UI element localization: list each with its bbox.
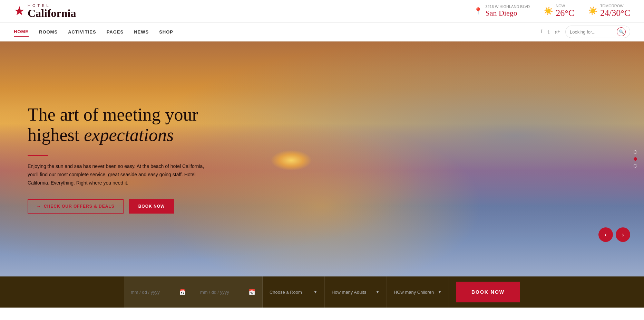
googleplus-icon[interactable]: g+ bbox=[555, 29, 560, 35]
location-details: 3216 W HIGHLAND BLVD San Diego bbox=[485, 4, 530, 18]
hero-title-line1: The art of meeting your bbox=[28, 105, 198, 124]
slider-prev-button[interactable]: ‹ bbox=[598, 227, 613, 242]
adults-select-label: How many Adults bbox=[332, 290, 372, 295]
header-right: 📍 3216 W HIGHLAND BLVD San Diego ☀️ NOW … bbox=[474, 4, 630, 18]
hero-title-italic: expectations bbox=[84, 125, 174, 145]
weather-now-label: NOW bbox=[556, 4, 574, 8]
room-select[interactable]: Choose a Room ▼ bbox=[263, 276, 325, 308]
nav-item-news[interactable]: NEWS bbox=[134, 28, 149, 36]
location-address: 3216 W HIGHLAND BLVD bbox=[485, 4, 530, 9]
slider-dot-1[interactable] bbox=[634, 150, 637, 154]
sun-glow bbox=[271, 150, 312, 171]
nav-links: HOME ROOMS ACTIVITIES PAGES NEWS SHOP bbox=[14, 27, 173, 37]
booking-book-now-button[interactable]: BOOK NOW bbox=[456, 282, 520, 302]
weather-now-details: NOW 26°C bbox=[556, 4, 574, 18]
logo-text: HOTEL California bbox=[28, 3, 76, 19]
weather-now: ☀️ NOW 26°C bbox=[544, 4, 574, 18]
nav-item-activities[interactable]: ACTIVITIES bbox=[68, 28, 96, 36]
slider-next-button[interactable]: › bbox=[616, 227, 630, 242]
checkin-input[interactable] bbox=[131, 290, 176, 295]
hero-buttons: → CHECK OUR OFFERS & DEALS BOOK NOW bbox=[28, 199, 214, 214]
search-input[interactable] bbox=[570, 29, 615, 35]
weather-tomorrow-sun-icon: ☀️ bbox=[588, 7, 597, 16]
location-city: San Diego bbox=[485, 9, 530, 18]
check-offers-button[interactable]: → CHECK OUR OFFERS & DEALS bbox=[28, 199, 124, 214]
header-top: ★ HOTEL California 📍 3216 W HIGHLAND BLV… bbox=[0, 0, 644, 22]
weather-now-temp: 26°C bbox=[556, 8, 574, 18]
arrow-icon: → bbox=[37, 204, 41, 209]
room-select-label: Choose a Room bbox=[270, 290, 310, 295]
search-button[interactable]: 🔍 bbox=[617, 27, 626, 36]
calendar-checkin-icon: 📅 bbox=[179, 289, 186, 295]
adults-chevron-icon: ▼ bbox=[375, 290, 380, 295]
weather-tomorrow-temp: 24/30°C bbox=[600, 8, 630, 18]
slider-dot-2[interactable] bbox=[634, 157, 637, 161]
checkout-field: 📅 bbox=[193, 276, 263, 308]
weather-sun-icon: ☀️ bbox=[544, 7, 553, 16]
logo: ★ HOTEL California bbox=[14, 3, 76, 19]
nav-item-shop[interactable]: SHOP bbox=[159, 28, 173, 36]
location-pin-icon: 📍 bbox=[474, 7, 482, 15]
nav-right: f 𝕥 g+ 🔍 bbox=[540, 26, 630, 38]
checkin-field: 📅 bbox=[124, 276, 193, 308]
logo-star-icon: ★ bbox=[14, 5, 25, 17]
facebook-icon[interactable]: f bbox=[540, 29, 542, 35]
logo-name: California bbox=[28, 8, 76, 19]
room-chevron-icon: ▼ bbox=[313, 290, 318, 295]
checkout-input[interactable] bbox=[200, 290, 245, 295]
check-offers-label: CHECK OUR OFFERS & DEALS bbox=[44, 204, 115, 209]
adults-select[interactable]: How many Adults ▼ bbox=[325, 276, 387, 308]
children-select[interactable]: HOw many Children ▼ bbox=[387, 276, 449, 308]
nav-item-home[interactable]: HOME bbox=[14, 27, 29, 37]
slider-dot-3[interactable] bbox=[634, 164, 637, 168]
weather-tomorrow-details: TOMORROW 24/30°C bbox=[600, 4, 630, 18]
nav-bar: HOME ROOMS ACTIVITIES PAGES NEWS SHOP f … bbox=[0, 22, 644, 41]
calendar-checkout-icon: 📅 bbox=[248, 289, 255, 295]
hero-description: Enjoying the sun and sea has never been … bbox=[28, 162, 207, 187]
hero-divider bbox=[28, 155, 48, 156]
weather-tomorrow: ☀️ TOMORROW 24/30°C bbox=[588, 4, 630, 18]
slider-dots bbox=[634, 150, 637, 168]
children-chevron-icon: ▼ bbox=[438, 290, 442, 295]
hero-title: The art of meeting your highest expectat… bbox=[28, 104, 214, 146]
book-now-hero-button[interactable]: BOOK NOW bbox=[129, 199, 175, 214]
children-select-label: HOw many Children bbox=[394, 290, 434, 295]
nav-item-pages[interactable]: PAGES bbox=[107, 28, 124, 36]
twitter-icon[interactable]: 𝕥 bbox=[547, 29, 550, 35]
weather-tomorrow-label: TOMORROW bbox=[600, 4, 630, 8]
hero-content: The art of meeting your highest expectat… bbox=[0, 41, 242, 276]
nav-item-rooms[interactable]: ROOMS bbox=[39, 28, 58, 36]
location-info: 📍 3216 W HIGHLAND BLVD San Diego bbox=[474, 4, 530, 18]
hero-section: The art of meeting your highest expectat… bbox=[0, 41, 644, 276]
booking-bar: 📅 📅 Choose a Room ▼ How many Adults ▼ HO… bbox=[0, 276, 644, 308]
search-bar: 🔍 bbox=[565, 26, 630, 38]
hero-title-line2: highest bbox=[28, 125, 84, 145]
